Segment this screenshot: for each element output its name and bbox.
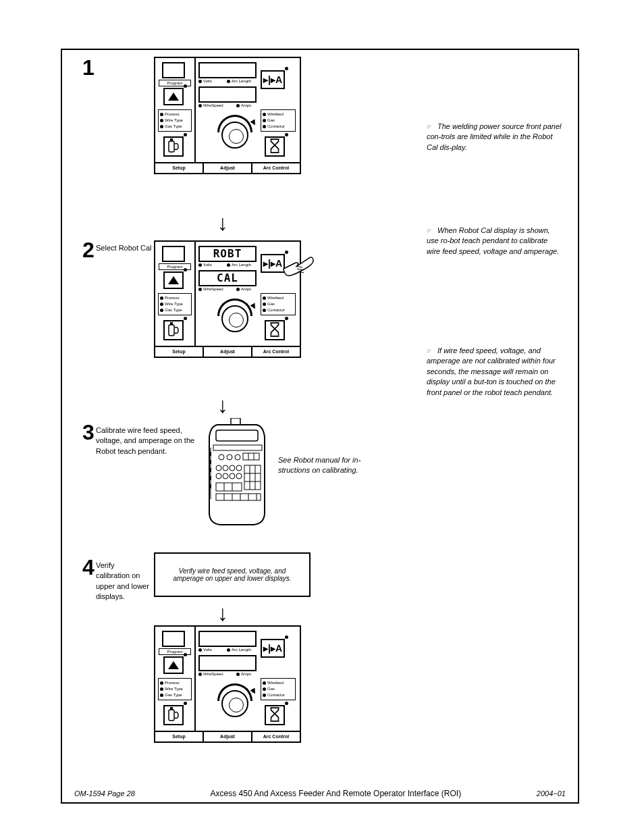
svg-rect-4 xyxy=(231,418,240,425)
adjust-knob[interactable] xyxy=(215,682,255,723)
aux-box: Wirefeed Gas Contactor xyxy=(261,678,296,700)
volts-amps-button[interactable]: ▸|▸A xyxy=(261,639,285,658)
footer-adjust: Adjust xyxy=(203,732,251,741)
svg-point-15 xyxy=(230,465,235,471)
note-pointer-icon: ☞ xyxy=(427,122,437,132)
step1-marker: 1 xyxy=(82,55,95,80)
process-box: Process Wire Type Gas Type xyxy=(158,109,192,132)
hourglass-icon xyxy=(269,138,281,155)
svg-point-20 xyxy=(236,473,242,479)
note-2: ☞When Robot Cal display is shown, use ro… xyxy=(427,226,562,257)
hourglass-icon xyxy=(269,322,281,338)
svg-rect-1 xyxy=(170,138,173,141)
footer-arccontrol: Arc Control xyxy=(251,163,300,173)
svg-point-13 xyxy=(216,465,221,471)
hourglass-button[interactable] xyxy=(265,320,285,340)
footer-adjust: Adjust xyxy=(203,347,251,357)
gas-purge-button[interactable] xyxy=(163,136,184,157)
lower-display xyxy=(198,655,257,671)
svg-rect-29 xyxy=(216,494,261,500)
svg-point-14 xyxy=(223,465,228,471)
step2-marker: 2 xyxy=(82,238,95,263)
svg-point-7 xyxy=(219,454,224,460)
footer-adjust: Adjust xyxy=(203,163,251,173)
step4-marker: 4 xyxy=(82,555,95,580)
volts-amps-button[interactable]: ▸|▸A xyxy=(261,70,285,89)
gas-purge-button[interactable] xyxy=(163,705,184,725)
volts-amps-button[interactable]: ▸|▸A xyxy=(261,254,285,273)
svg-rect-10 xyxy=(243,453,259,460)
lower-display xyxy=(198,86,257,103)
svg-rect-2 xyxy=(169,325,174,336)
svg-rect-5 xyxy=(216,430,258,441)
note-1: ☞The welding power source front panel co… xyxy=(427,122,562,153)
footer-setup: Setup xyxy=(155,163,203,173)
svg-point-17 xyxy=(216,473,221,479)
upper-display: ROBT xyxy=(198,246,257,262)
panel-step2: Program Process Wire Type Gas Type ROBT … xyxy=(154,240,301,358)
program-display xyxy=(162,631,185,647)
program-display xyxy=(162,62,185,78)
hourglass-button[interactable] xyxy=(265,136,285,157)
svg-rect-21 xyxy=(244,465,261,490)
upper-display xyxy=(198,62,257,78)
aux-box: Wirefeed Gas Contactor xyxy=(261,293,296,315)
footer-setup: Setup xyxy=(155,732,203,741)
svg-point-9 xyxy=(235,454,240,460)
panel-step4: Program Process Wire Type Gas Type Volts… xyxy=(154,625,301,743)
step4-caption: Verify calibration on upper and lower di… xyxy=(96,561,150,602)
adjust-knob[interactable] xyxy=(215,297,255,338)
teach-pendant-illustration xyxy=(204,418,271,526)
svg-point-8 xyxy=(227,454,232,460)
panel-step1: Program Process Wire Type Gas Type Volts… xyxy=(154,57,301,174)
verify-box: Verify wire feed speed, voltage, and amp… xyxy=(154,552,311,597)
program-up-button[interactable] xyxy=(163,656,184,674)
svg-rect-3 xyxy=(170,322,173,325)
down-arrow-icon: ↓ xyxy=(217,211,228,236)
pendant-note: See Robot manual for in-structions on ca… xyxy=(278,455,379,476)
footer-right: 2004−01 xyxy=(537,789,566,798)
svg-point-16 xyxy=(236,465,242,471)
svg-rect-40 xyxy=(169,710,174,721)
process-box: Process Wire Type Gas Type xyxy=(158,678,192,700)
step3-marker: 3 xyxy=(82,420,95,445)
down-arrow-icon: ↓ xyxy=(217,393,228,418)
note-3: ☞If wire feed speed, voltage, and ampera… xyxy=(427,346,562,398)
program-up-button[interactable] xyxy=(163,88,184,105)
svg-rect-41 xyxy=(170,707,173,710)
svg-point-18 xyxy=(223,473,228,479)
gas-cylinder-icon xyxy=(167,138,180,155)
program-up-button[interactable] xyxy=(163,271,184,289)
page-footer: OM-1594 Page 28 Axcess 450 And Axcess Fe… xyxy=(62,785,578,802)
hourglass-icon xyxy=(269,707,281,723)
gas-cylinder-icon xyxy=(167,707,180,723)
footer-mid: Axcess 450 And Axcess Feeder And Remote … xyxy=(211,789,462,798)
hourglass-button[interactable] xyxy=(265,705,285,725)
gas-purge-button[interactable] xyxy=(163,320,184,340)
aux-box: Wirefeed Gas Contactor xyxy=(261,109,296,132)
pointing-hand-icon xyxy=(282,257,315,281)
svg-point-19 xyxy=(230,473,235,479)
footer-arccontrol: Arc Control xyxy=(251,732,300,741)
note-pointer-icon: ☞ xyxy=(427,226,437,236)
down-arrow-icon: ↓ xyxy=(217,601,228,626)
footer-setup: Setup xyxy=(155,347,203,357)
upper-display xyxy=(198,631,257,647)
adjust-knob[interactable] xyxy=(215,113,255,154)
process-box: Process Wire Type Gas Type xyxy=(158,293,192,315)
svg-rect-0 xyxy=(169,141,174,152)
gas-cylinder-icon xyxy=(167,322,180,338)
program-display xyxy=(162,246,185,262)
footer-left: OM-1594 Page 28 xyxy=(74,789,135,798)
step3-caption: Calibrate wire feed speed, voltage, and … xyxy=(96,425,197,457)
note-pointer-icon: ☞ xyxy=(427,346,437,356)
footer-arccontrol: Arc Control xyxy=(251,347,300,357)
svg-rect-26 xyxy=(216,483,242,491)
lower-display: CAL xyxy=(198,270,257,286)
